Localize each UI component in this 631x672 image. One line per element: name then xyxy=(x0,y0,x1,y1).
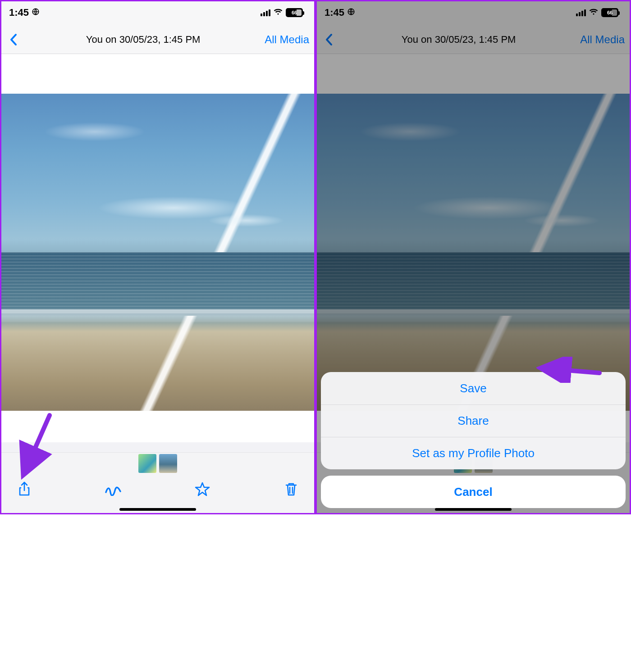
sheet-save-button[interactable]: Save xyxy=(321,372,626,404)
draw-button[interactable] xyxy=(104,480,122,498)
status-time: 1:45 xyxy=(9,7,29,18)
thumbnail-1[interactable] xyxy=(138,454,156,473)
thumbnail-2[interactable] xyxy=(159,454,177,473)
photo-viewport[interactable] xyxy=(0,54,316,442)
thumbnail-strip[interactable] xyxy=(0,452,316,474)
sheet-share-button[interactable]: Share xyxy=(321,404,626,437)
globe-icon xyxy=(32,8,40,18)
nav-header: You on 30/05/23, 1:45 PM All Media xyxy=(0,25,316,54)
all-media-link[interactable]: All Media xyxy=(265,33,309,46)
sheet-set-profile-button[interactable]: Set as my Profile Photo xyxy=(321,437,626,469)
wifi-icon xyxy=(273,8,283,17)
action-sheet: Save Share Set as my Profile Photo Cance… xyxy=(321,372,626,508)
svg-marker-1 xyxy=(196,483,209,495)
trash-button[interactable] xyxy=(282,480,300,498)
sheet-cancel-button[interactable]: Cancel xyxy=(321,476,626,508)
share-button[interactable] xyxy=(15,480,33,498)
nav-title: You on 30/05/23, 1:45 PM xyxy=(86,34,201,45)
back-button[interactable] xyxy=(6,33,22,46)
star-button[interactable] xyxy=(193,480,211,498)
home-indicator[interactable] xyxy=(119,508,196,511)
phone-screen-right: 1:45 xyxy=(316,0,631,514)
cellular-signal-icon xyxy=(261,9,270,16)
status-bar: 1:45 xyxy=(0,0,316,25)
phone-screen-left: 1:45 xyxy=(0,0,316,514)
photo-image xyxy=(0,94,316,411)
battery-icon: 66 xyxy=(286,8,303,17)
